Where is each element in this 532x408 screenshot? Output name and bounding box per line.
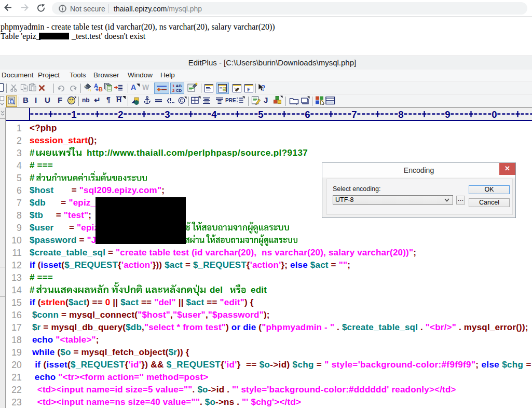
svg-text:5: 5 xyxy=(258,109,263,120)
svg-text:8: 8 xyxy=(398,109,403,120)
svg-text:9: 9 xyxy=(445,109,450,120)
svg-text:0: 0 xyxy=(492,109,497,120)
svg-text:7: 7 xyxy=(351,109,357,120)
svg-text:4: 4 xyxy=(211,109,217,120)
svg-text:6: 6 xyxy=(305,109,310,120)
svg-text:F: F xyxy=(247,87,250,92)
svg-text:2: 2 xyxy=(118,109,123,120)
svg-text:3: 3 xyxy=(165,109,170,120)
svg-text:1: 1 xyxy=(71,109,76,120)
